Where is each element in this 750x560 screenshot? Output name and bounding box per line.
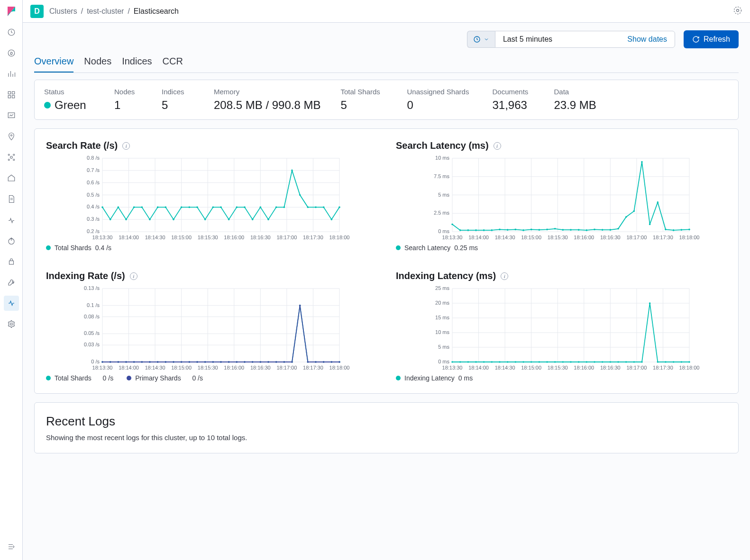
svg-point-139 (649, 224, 651, 226)
siem-icon[interactable] (4, 254, 19, 269)
svg-point-115 (459, 229, 461, 231)
svg-point-81 (323, 207, 325, 208)
svg-text:0.1 /s: 0.1 /s (87, 302, 100, 308)
chart-plot[interactable]: 0 ms5 ms10 ms15 ms20 ms25 ms18:13:3018:1… (396, 286, 727, 371)
svg-point-283 (546, 361, 548, 363)
svg-text:18:14:00: 18:14:00 (119, 365, 139, 370)
timerange-picker[interactable]: Last 5 minutes Show dates (467, 31, 675, 48)
svg-text:18:14:30: 18:14:30 (145, 235, 165, 240)
stat-label-documents: Documents (492, 88, 534, 96)
chart-plot[interactable]: 0 /s0.03 /s0.05 /s0.08 /s0.1 /s0.13 /s18… (46, 286, 377, 371)
svg-point-53 (101, 207, 103, 208)
info-icon[interactable]: i (494, 142, 501, 150)
svg-point-219 (189, 361, 191, 363)
svg-point-77 (291, 170, 293, 172)
svg-point-237 (331, 361, 333, 363)
svg-point-132 (594, 229, 595, 231)
chevron-down-icon (484, 36, 489, 42)
svg-point-64 (189, 207, 191, 208)
svg-point-217 (173, 361, 174, 363)
svg-point-274 (475, 361, 477, 363)
tab-indices[interactable]: Indices (122, 56, 152, 72)
tab-ccr[interactable]: CCR (163, 56, 183, 72)
tab-overview[interactable]: Overview (34, 56, 73, 72)
svg-text:18:13:30: 18:13:30 (442, 365, 463, 370)
svg-text:5 ms: 5 ms (438, 344, 449, 350)
logs-subtitle: Showing the most recent logs for this cl… (46, 434, 727, 442)
svg-point-141 (665, 229, 667, 231)
svg-text:0.4 /s: 0.4 /s (87, 204, 100, 209)
svg-point-273 (467, 361, 469, 363)
feedback-icon[interactable] (733, 6, 742, 17)
recent-icon[interactable] (4, 25, 19, 40)
apm-icon[interactable] (4, 212, 19, 227)
management-icon[interactable] (4, 316, 19, 332)
svg-point-80 (315, 207, 317, 208)
svg-text:18:15:30: 18:15:30 (198, 235, 218, 240)
svg-point-70 (236, 207, 238, 208)
svg-point-73 (260, 207, 262, 208)
breadcrumb-clusters[interactable]: Clusters (49, 7, 77, 16)
svg-point-232 (291, 361, 293, 363)
svg-text:18:15:00: 18:15:00 (521, 365, 541, 370)
refresh-button[interactable]: Refresh (684, 30, 739, 48)
discover-icon[interactable] (4, 45, 19, 61)
svg-point-218 (181, 361, 183, 363)
ml-icon[interactable] (4, 150, 19, 165)
calendar-icon[interactable] (467, 31, 495, 48)
tab-nodes[interactable]: Nodes (84, 56, 111, 72)
info-icon[interactable]: i (501, 272, 508, 280)
svg-point-286 (570, 361, 572, 363)
chart-legend: Total Shards 0 /sPrimary Shards 0 /s (46, 374, 377, 382)
stat-label-data: Data (554, 88, 596, 96)
chart-legend: Total Shards 0.4 /s (46, 244, 377, 252)
visualize-icon[interactable] (4, 66, 19, 81)
svg-point-8 (10, 156, 12, 159)
devtools-icon[interactable] (4, 275, 19, 290)
svg-text:18:17:30: 18:17:30 (303, 235, 323, 240)
svg-text:18:16:30: 18:16:30 (600, 365, 621, 370)
svg-point-76 (284, 207, 285, 208)
svg-text:20 ms: 20 ms (435, 300, 449, 306)
svg-point-213 (141, 361, 143, 363)
svg-point-54 (110, 218, 111, 220)
logs-icon[interactable] (4, 191, 19, 207)
monitoring-icon[interactable] (4, 296, 19, 311)
breadcrumb: Clusters / test-cluster / Elasticsearch (49, 7, 179, 16)
svg-point-122 (515, 229, 517, 231)
info-icon[interactable]: i (122, 142, 130, 150)
chart-legend: Search Latency 0.25 ms (396, 244, 727, 252)
svg-text:0.05 /s: 0.05 /s (84, 330, 100, 336)
collapse-icon[interactable] (4, 539, 19, 554)
space-selector[interactable]: D (30, 5, 44, 18)
kibana-logo-icon[interactable] (6, 6, 17, 17)
stat-label-indices: Indices (162, 88, 194, 96)
breadcrumb-cluster[interactable]: test-cluster (87, 7, 124, 16)
svg-point-127 (554, 228, 556, 230)
svg-text:0.2 /s: 0.2 /s (87, 228, 100, 234)
topbar: D Clusters / test-cluster / Elasticsearc… (23, 0, 750, 23)
svg-point-124 (530, 229, 532, 231)
svg-point-56 (125, 218, 127, 220)
show-dates-link[interactable]: Show dates (627, 35, 667, 44)
dashboard-icon[interactable] (4, 87, 19, 102)
chart-plot[interactable]: 0 ms2.5 ms5 ms7.5 ms10 ms18:13:3018:14:0… (396, 156, 727, 241)
svg-point-292 (617, 361, 619, 363)
svg-text:18:17:00: 18:17:00 (276, 365, 297, 370)
svg-point-228 (260, 361, 262, 363)
svg-text:0.5 /s: 0.5 /s (87, 192, 100, 198)
uptime-icon[interactable] (4, 233, 19, 248)
charts-card: Search Rate (/s) i 0.2 /s0.3 /s0.4 /s0.5… (34, 128, 739, 394)
svg-point-83 (338, 207, 340, 208)
svg-text:18:13:30: 18:13:30 (92, 365, 113, 370)
svg-point-60 (157, 207, 159, 208)
svg-point-277 (499, 361, 501, 363)
canvas-icon[interactable] (4, 108, 19, 123)
svg-text:18:16:30: 18:16:30 (250, 365, 271, 370)
chart-plot[interactable]: 0.2 /s0.3 /s0.4 /s0.5 /s0.6 /s0.7 /s0.8 … (46, 156, 377, 241)
svg-point-7 (10, 135, 12, 136)
maps-icon[interactable] (4, 129, 19, 144)
svg-text:0 ms: 0 ms (438, 359, 449, 364)
infra-icon[interactable] (4, 171, 19, 186)
info-icon[interactable]: i (130, 272, 137, 280)
